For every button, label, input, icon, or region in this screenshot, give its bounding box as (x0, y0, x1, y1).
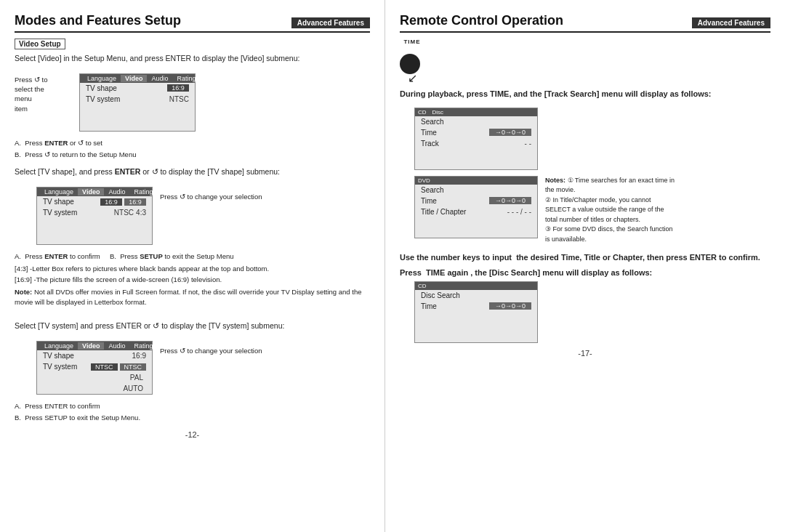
right-title: Remote Control Operation (400, 13, 563, 28)
video-setup-section: Video Setup Select [Video] in the Setup … (15, 39, 370, 159)
playback-text: During playback, press TIME, and the [Tr… (400, 88, 770, 100)
section-label: Video Setup (15, 39, 65, 49)
instr1a: A. Press ENTER or ↺ to set (15, 138, 370, 148)
menu2-header: Language Video Audio Rating (37, 188, 152, 196)
intro-text: Select [Video] in the Setup Menu, and pr… (15, 53, 370, 65)
note-169: [16:9] -The picture fills the screen of … (15, 275, 370, 285)
tab-rating: Rating (172, 75, 200, 82)
right-badge: Advanced Features (692, 17, 770, 28)
dvd-search-row: Search (415, 185, 537, 196)
time-arrow-icon: ↙ (408, 71, 417, 85)
cd-search-row: Search (415, 116, 537, 127)
right-page-num: -17- (400, 349, 770, 358)
dvd-menu-header: DVD (415, 177, 537, 185)
dvd-notes-section: DVD Search Time →0→0→0 Title / Chapter -… (400, 176, 770, 245)
menu3-row: Language Video Audio Rating TV shape 16:… (15, 336, 370, 399)
instr3a: A. Press ENTER to confirm (15, 401, 370, 411)
menu1-tvshape: TV shape 16:9 (80, 83, 195, 94)
menu1-tvsystem: TV system NTSC (80, 94, 195, 105)
note2: ② In Title/Chapter mode, you cannot SELE… (545, 196, 664, 223)
cd-time-row: Time →0→0→0 (415, 127, 537, 138)
menu2-tvsystem: TV system NTSC 4:3 (37, 207, 152, 218)
menu2-box: Language Video Audio Rating TV shape 16:… (36, 187, 153, 245)
use-number-text: Use the number keys to input the desired… (400, 251, 770, 264)
tv-system-text: Select [TV system] and press ENTER or ↺ … (15, 321, 370, 332)
notes-title: Notes: (545, 177, 568, 184)
tab3-audio: Audio (104, 342, 129, 350)
tv-shape-text: Select [TV shape], and press ENTER or ↺ … (15, 166, 370, 178)
disc-search-row: Disc Search (415, 290, 537, 301)
menu1-header: Language Video Audio Rating (80, 74, 195, 83)
disc-header: CD (415, 282, 537, 290)
disc-search-box: CD Disc Search Time →0→0→0 (414, 281, 538, 343)
left-page: Modes and Features Setup Advanced Featur… (0, 0, 385, 532)
notes-box: Notes: ① Time searches for an exact time… (545, 176, 676, 245)
cd-menu-box: CDDisc Search Time →0→0→0 Track - - (414, 108, 538, 170)
tab-language: Language (83, 75, 121, 82)
instr3b: B. Press SETUP to exit the Setup Menu. (15, 413, 370, 422)
instr1b: B. Press ↺ to return to the Setup Menu (15, 150, 370, 159)
tab2-audio: Audio (104, 188, 129, 196)
note-main: Note: Not all DVDs offer movies in Full … (15, 287, 370, 308)
note3: ③ For some DVD discs, the Search functio… (545, 225, 673, 243)
menu3-pal: PAL (37, 372, 152, 383)
tab2-language: Language (40, 188, 78, 196)
cd-menu-header: CDDisc (415, 108, 537, 116)
cd-track-row: Track - - (415, 138, 537, 149)
menu3-box: Language Video Audio Rating TV shape 16:… (36, 341, 153, 395)
tab3-video: Video (78, 342, 104, 350)
tab2-video: Video (78, 188, 104, 196)
right-page: Remote Control Operation Advanced Featur… (385, 0, 785, 532)
press-change3-note: Press ↺ to change your selection (160, 347, 262, 355)
tab3-rating: Rating (129, 342, 157, 350)
time-icon-group: TIME ↙ (400, 39, 424, 85)
menu2-row: Language Video Audio Rating TV shape 16:… (15, 182, 370, 249)
left-page-num: -12- (15, 430, 370, 439)
right-header: Remote Control Operation Advanced Featur… (400, 13, 770, 33)
left-title: Modes and Features Setup (15, 13, 181, 28)
menu1-box: Language Video Audio Rating TV shape 16:… (79, 73, 196, 132)
menu3-auto: AUTO (37, 383, 152, 394)
tab-video: Video (121, 75, 147, 82)
press-time-text: Press TIME again , the [Disc Search] men… (400, 268, 770, 277)
dvd-menu-box: DVD Search Time →0→0→0 Title / Chapter -… (414, 176, 538, 238)
tab3-language: Language (40, 342, 78, 350)
tab-audio: Audio (147, 75, 172, 82)
menu3-tvsystem: TV system NTSC NTSC (37, 361, 152, 372)
left-header: Modes and Features Setup Advanced Featur… (15, 13, 370, 33)
tv-shape-section: Select [TV shape], and press ENTER or ↺ … (15, 166, 370, 307)
press-change-note: Press ↺ to change your selection (160, 193, 262, 201)
instr2a: A. Press ENTER to confirm B. Press SETUP… (15, 251, 370, 261)
menu3-tvshape: TV shape 16:9 (37, 350, 152, 361)
dvd-time-row: Time →0→0→0 (415, 196, 537, 206)
tv-system-section: Select [TV system] and press ENTER or ↺ … (15, 321, 370, 422)
side-label1: Press ↺ toselect the menuitem (15, 75, 55, 113)
time-label: TIME (403, 39, 420, 45)
disc-time-row: Time →0→0→0 (415, 301, 537, 312)
menu3-header: Language Video Audio Rating (37, 342, 152, 350)
menu2-tvshape: TV shape 16:9 16:9 (37, 196, 152, 207)
note-43: [4:3] -Letter Box refers to pictures whe… (15, 264, 370, 274)
dvd-title-row: Title / Chapter - - - / - - (415, 206, 537, 217)
tab2-rating: Rating (129, 188, 157, 196)
left-badge: Advanced Features (291, 17, 370, 28)
menu1-row: Press ↺ toselect the menuitem Language V… (15, 69, 370, 136)
time-section: TIME ↙ (400, 39, 770, 85)
